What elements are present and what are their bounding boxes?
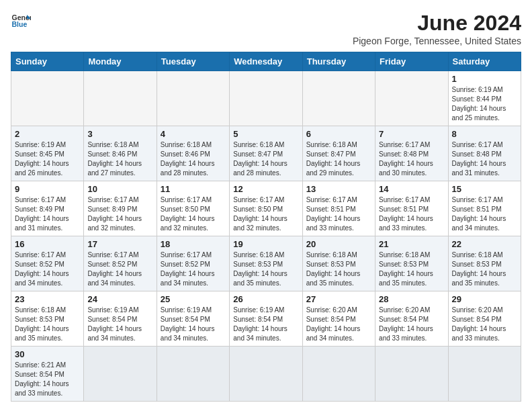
calendar-day-cell: 28Sunrise: 6:20 AM Sunset: 8:54 PM Dayli…: [375, 291, 448, 347]
calendar-day-cell: 29Sunrise: 6:20 AM Sunset: 8:54 PM Dayli…: [448, 291, 521, 347]
day-number: 23: [15, 294, 80, 304]
day-number: 1: [452, 74, 517, 84]
day-number: 12: [233, 184, 298, 194]
col-header-thursday: Thursday: [302, 52, 375, 71]
day-number: 5: [233, 129, 298, 139]
calendar-day-cell: 24Sunrise: 6:19 AM Sunset: 8:54 PM Dayli…: [84, 291, 157, 347]
day-info: Sunrise: 6:17 AM Sunset: 8:51 PM Dayligh…: [306, 195, 371, 233]
calendar-day-cell: [84, 347, 157, 402]
day-info: Sunrise: 6:18 AM Sunset: 8:53 PM Dayligh…: [452, 250, 517, 288]
calendar-day-cell: 13Sunrise: 6:17 AM Sunset: 8:51 PM Dayli…: [302, 181, 375, 236]
day-info: Sunrise: 6:17 AM Sunset: 8:52 PM Dayligh…: [87, 250, 152, 288]
calendar-day-cell: 20Sunrise: 6:18 AM Sunset: 8:53 PM Dayli…: [302, 236, 375, 291]
calendar-day-cell: 22Sunrise: 6:18 AM Sunset: 8:53 PM Dayli…: [448, 236, 521, 291]
col-header-sunday: Sunday: [11, 52, 84, 71]
calendar-day-cell: 6Sunrise: 6:18 AM Sunset: 8:47 PM Daylig…: [302, 126, 375, 181]
calendar-week-row: 30Sunrise: 6:21 AM Sunset: 8:54 PM Dayli…: [11, 347, 521, 402]
day-info: Sunrise: 6:17 AM Sunset: 8:52 PM Dayligh…: [15, 250, 80, 288]
day-info: Sunrise: 6:20 AM Sunset: 8:54 PM Dayligh…: [306, 306, 371, 343]
day-number: 30: [15, 349, 80, 359]
day-number: 14: [379, 184, 444, 194]
calendar-day-cell: [375, 71, 448, 126]
calendar-day-cell: 12Sunrise: 6:17 AM Sunset: 8:50 PM Dayli…: [230, 181, 302, 236]
day-number: 20: [306, 239, 371, 249]
day-number: 4: [161, 129, 226, 139]
calendar-week-row: 23Sunrise: 6:18 AM Sunset: 8:53 PM Dayli…: [11, 291, 521, 347]
day-number: 15: [452, 184, 517, 194]
calendar-week-row: 9Sunrise: 6:17 AM Sunset: 8:49 PM Daylig…: [11, 181, 521, 236]
calendar-day-cell: [84, 71, 157, 126]
calendar-day-cell: 3Sunrise: 6:18 AM Sunset: 8:46 PM Daylig…: [84, 126, 157, 181]
day-number: 3: [87, 129, 152, 139]
day-info: Sunrise: 6:18 AM Sunset: 8:53 PM Dayligh…: [233, 250, 298, 288]
day-info: Sunrise: 6:17 AM Sunset: 8:49 PM Dayligh…: [87, 195, 152, 233]
calendar-day-cell: 1Sunrise: 6:19 AM Sunset: 8:44 PM Daylig…: [448, 71, 521, 126]
calendar-week-row: 1Sunrise: 6:19 AM Sunset: 8:44 PM Daylig…: [11, 71, 521, 126]
day-info: Sunrise: 6:17 AM Sunset: 8:50 PM Dayligh…: [161, 195, 226, 233]
header: General Blue June 2024 Pigeon Forge, Ten…: [11, 11, 521, 46]
calendar-day-cell: [448, 347, 521, 402]
calendar-day-cell: [157, 347, 229, 402]
calendar-day-cell: 2Sunrise: 6:19 AM Sunset: 8:45 PM Daylig…: [11, 126, 84, 181]
calendar-day-cell: 23Sunrise: 6:18 AM Sunset: 8:53 PM Dayli…: [11, 291, 84, 347]
day-number: 22: [452, 239, 517, 249]
day-info: Sunrise: 6:17 AM Sunset: 8:51 PM Dayligh…: [379, 195, 444, 233]
logo: General Blue: [11, 11, 31, 31]
day-number: 19: [233, 239, 298, 249]
day-info: Sunrise: 6:17 AM Sunset: 8:48 PM Dayligh…: [452, 140, 517, 178]
day-info: Sunrise: 6:21 AM Sunset: 8:54 PM Dayligh…: [15, 361, 80, 398]
day-number: 7: [379, 129, 444, 139]
calendar-day-cell: 8Sunrise: 6:17 AM Sunset: 8:48 PM Daylig…: [448, 126, 521, 181]
day-info: Sunrise: 6:19 AM Sunset: 8:54 PM Dayligh…: [233, 306, 298, 343]
day-number: 13: [306, 184, 371, 194]
calendar-day-cell: 17Sunrise: 6:17 AM Sunset: 8:52 PM Dayli…: [84, 236, 157, 291]
day-number: 16: [15, 239, 80, 249]
calendar-day-cell: 26Sunrise: 6:19 AM Sunset: 8:54 PM Dayli…: [230, 291, 302, 347]
calendar-day-cell: 25Sunrise: 6:19 AM Sunset: 8:54 PM Dayli…: [157, 291, 229, 347]
calendar-day-cell: [302, 347, 375, 402]
day-info: Sunrise: 6:20 AM Sunset: 8:54 PM Dayligh…: [379, 306, 444, 343]
calendar-header-row: SundayMondayTuesdayWednesdayThursdayFrid…: [11, 52, 521, 71]
day-info: Sunrise: 6:18 AM Sunset: 8:53 PM Dayligh…: [379, 250, 444, 288]
day-number: 17: [87, 239, 152, 249]
day-number: 18: [161, 239, 226, 249]
day-info: Sunrise: 6:18 AM Sunset: 8:46 PM Dayligh…: [161, 140, 226, 178]
col-header-monday: Monday: [84, 52, 157, 71]
day-info: Sunrise: 6:17 AM Sunset: 8:49 PM Dayligh…: [15, 195, 80, 233]
day-info: Sunrise: 6:19 AM Sunset: 8:54 PM Dayligh…: [87, 306, 152, 343]
day-number: 21: [379, 239, 444, 249]
col-header-wednesday: Wednesday: [230, 52, 302, 71]
day-info: Sunrise: 6:18 AM Sunset: 8:53 PM Dayligh…: [15, 306, 80, 343]
calendar-day-cell: [157, 71, 229, 126]
day-info: Sunrise: 6:18 AM Sunset: 8:47 PM Dayligh…: [306, 140, 371, 178]
day-info: Sunrise: 6:17 AM Sunset: 8:48 PM Dayligh…: [379, 140, 444, 178]
calendar-day-cell: [230, 347, 302, 402]
calendar-day-cell: 4Sunrise: 6:18 AM Sunset: 8:46 PM Daylig…: [157, 126, 229, 181]
col-header-saturday: Saturday: [448, 52, 521, 71]
location-subtitle: Pigeon Forge, Tennessee, United States: [353, 36, 521, 46]
title-area: June 2024 Pigeon Forge, Tennessee, Unite…: [353, 11, 521, 46]
calendar-day-cell: 19Sunrise: 6:18 AM Sunset: 8:53 PM Dayli…: [230, 236, 302, 291]
calendar-day-cell: 5Sunrise: 6:18 AM Sunset: 8:47 PM Daylig…: [230, 126, 302, 181]
day-number: 9: [15, 184, 80, 194]
calendar-day-cell: 18Sunrise: 6:17 AM Sunset: 8:52 PM Dayli…: [157, 236, 229, 291]
day-info: Sunrise: 6:18 AM Sunset: 8:46 PM Dayligh…: [87, 140, 152, 178]
day-number: 8: [452, 129, 517, 139]
calendar-day-cell: 30Sunrise: 6:21 AM Sunset: 8:54 PM Dayli…: [11, 347, 84, 402]
day-number: 6: [306, 129, 371, 139]
col-header-tuesday: Tuesday: [157, 52, 229, 71]
calendar-week-row: 2Sunrise: 6:19 AM Sunset: 8:45 PM Daylig…: [11, 126, 521, 181]
calendar-day-cell: 21Sunrise: 6:18 AM Sunset: 8:53 PM Dayli…: [375, 236, 448, 291]
calendar-day-cell: 15Sunrise: 6:17 AM Sunset: 8:51 PM Dayli…: [448, 181, 521, 236]
month-title: June 2024: [353, 11, 521, 36]
calendar-day-cell: 16Sunrise: 6:17 AM Sunset: 8:52 PM Dayli…: [11, 236, 84, 291]
calendar-day-cell: 11Sunrise: 6:17 AM Sunset: 8:50 PM Dayli…: [157, 181, 229, 236]
calendar-day-cell: [302, 71, 375, 126]
svg-text:Blue: Blue: [12, 20, 28, 28]
calendar-day-cell: [375, 347, 448, 402]
calendar-day-cell: 7Sunrise: 6:17 AM Sunset: 8:48 PM Daylig…: [375, 126, 448, 181]
day-info: Sunrise: 6:19 AM Sunset: 8:54 PM Dayligh…: [161, 306, 226, 343]
day-info: Sunrise: 6:17 AM Sunset: 8:52 PM Dayligh…: [161, 250, 226, 288]
day-number: 2: [15, 129, 80, 139]
day-info: Sunrise: 6:19 AM Sunset: 8:45 PM Dayligh…: [15, 140, 80, 178]
